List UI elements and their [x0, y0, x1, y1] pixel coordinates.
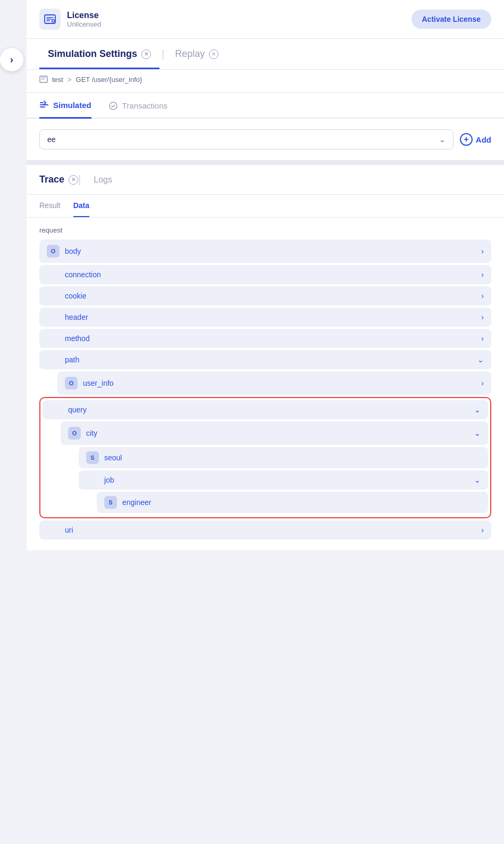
header-subtitle: Unlicensed: [67, 20, 101, 28]
tree-row-city-inner: O city ⌄: [68, 427, 481, 440]
breadcrumb-icon: [39, 75, 48, 84]
sub-tab-simulated[interactable]: Simulated: [39, 93, 91, 119]
tree-section: request O body › connection › cookie: [27, 218, 504, 550]
header-title: License: [67, 11, 101, 20]
tab-result[interactable]: Result: [39, 201, 61, 217]
transactions-icon: [108, 101, 118, 111]
sub-tab-transactions-label: Transactions: [122, 101, 167, 110]
row-label-user-info: user_info: [83, 379, 481, 387]
row-label-cookie: cookie: [47, 292, 481, 300]
activate-license-button[interactable]: Activate License: [411, 10, 492, 29]
trace-title-label: Trace: [39, 174, 64, 185]
content-area: ee ⌄ + Add: [27, 119, 504, 161]
header-text: License Unlicensed: [67, 11, 101, 28]
tree-row-path-inner: path ⌄: [47, 355, 484, 364]
license-icon: [39, 9, 61, 30]
dropdown-chevron-icon: ⌄: [439, 135, 446, 144]
tree-row-cookie[interactable]: cookie ›: [39, 286, 491, 305]
tab-logs[interactable]: Logs: [83, 175, 123, 193]
tab-simulation-settings-label: Simulation Settings: [48, 48, 137, 60]
row-label-path: path: [47, 355, 477, 364]
dropdown-row: ee ⌄ + Add: [39, 129, 491, 150]
chevron-right-uri-icon: ›: [481, 526, 484, 534]
row-label-query: query: [50, 406, 474, 414]
chevron-right-connection-icon: ›: [481, 270, 484, 279]
tree-row-body[interactable]: O body ›: [39, 239, 491, 263]
tree-row-city[interactable]: O city ⌄: [61, 421, 488, 445]
tree-row-method-inner: method ›: [47, 334, 484, 343]
tab-divider: |: [159, 48, 166, 60]
chevron-right-header-icon: ›: [481, 313, 484, 321]
type-badge-o-city: O: [68, 427, 81, 440]
tree-row-job-inner: job ⌄: [86, 476, 481, 484]
add-label: Add: [476, 135, 491, 144]
trace-divider: |: [78, 173, 83, 194]
breadcrumb-service: test: [52, 76, 63, 84]
breadcrumb-separator: >: [68, 76, 72, 84]
row-label-method: method: [47, 334, 481, 343]
chevron-right-user-info-icon: ›: [481, 379, 484, 387]
row-label-header: header: [47, 313, 481, 321]
query-box: query ⌄ O city ⌄ S seoul: [39, 397, 491, 518]
tab-bar: Simulation Settings ✕ | Replay ✕: [27, 39, 504, 70]
tab-replay[interactable]: Replay ✕: [166, 39, 227, 69]
simulation-settings-close-icon[interactable]: ✕: [141, 49, 151, 59]
tree-row-connection-inner: connection ›: [47, 270, 484, 279]
tree-row-connection[interactable]: connection ›: [39, 265, 491, 284]
type-badge-o-body: O: [47, 245, 60, 258]
sub-tabs: Simulated Transactions: [27, 93, 504, 119]
sub-tab-simulated-label: Simulated: [53, 101, 91, 110]
tree-row-cookie-inner: cookie ›: [47, 292, 484, 300]
chevron-right-icon: ›: [10, 54, 13, 65]
simulation-dropdown[interactable]: ee ⌄: [39, 129, 453, 150]
result-data-tabs: Result Data: [27, 195, 504, 218]
tree-row-path[interactable]: path ⌄: [39, 350, 491, 369]
row-label-job: job: [86, 476, 474, 484]
trace-close-icon[interactable]: ✕: [69, 175, 78, 185]
tree-row-engineer[interactable]: S engineer: [97, 492, 488, 513]
trace-title: Trace ✕: [39, 174, 78, 194]
tree-row-uri-inner: uri ›: [47, 526, 484, 534]
tree-row-header-inner: header ›: [47, 313, 484, 321]
tab-data[interactable]: Data: [73, 201, 89, 217]
tree-row-query-inner: query ⌄: [50, 406, 481, 414]
row-label-connection: connection: [47, 270, 481, 279]
breadcrumb-endpoint: GET /user/{user_info}: [76, 76, 142, 84]
sidebar-toggle[interactable]: ›: [0, 48, 23, 71]
type-badge-o-user-info: O: [65, 377, 78, 390]
tree-row-header[interactable]: header ›: [39, 308, 491, 327]
chevron-right-cookie-icon: ›: [481, 292, 484, 300]
tree-row-uri[interactable]: uri ›: [39, 520, 491, 540]
chevron-down-job-icon: ⌄: [474, 476, 481, 484]
tree-row-method[interactable]: method ›: [39, 329, 491, 348]
tab-replay-label: Replay: [175, 48, 205, 60]
tree-row-user-info-inner: O user_info ›: [65, 377, 484, 390]
trace-section: Trace ✕ | Logs Result Data request O bod…: [27, 165, 504, 550]
tree-row-query[interactable]: query ⌄: [43, 400, 488, 419]
tree-root-label: request: [39, 226, 491, 234]
add-circle-icon: +: [460, 133, 473, 146]
row-label-city: city: [86, 429, 474, 437]
svg-point-1: [52, 20, 55, 22]
tree-row-body-inner: O body ›: [47, 245, 484, 258]
sub-tab-transactions[interactable]: Transactions: [108, 94, 167, 118]
row-label-seoul: seoul: [104, 453, 481, 462]
dropdown-value: ee: [47, 135, 56, 144]
section-divider: [27, 161, 504, 165]
chevron-right-method-icon: ›: [481, 334, 484, 343]
chevron-down-path-icon: ⌄: [477, 355, 484, 364]
tree-row-user-info[interactable]: O user_info ›: [57, 371, 491, 395]
chevron-down-query-icon: ⌄: [474, 406, 481, 414]
add-button[interactable]: + Add: [460, 133, 491, 146]
header: License Unlicensed Activate License: [27, 0, 504, 39]
replay-close-icon[interactable]: ✕: [209, 49, 219, 59]
breadcrumb: test > GET /user/{user_info}: [27, 70, 504, 93]
tree-row-job[interactable]: job ⌄: [79, 470, 488, 490]
row-label-engineer: engineer: [122, 498, 481, 507]
type-badge-s-seoul: S: [86, 451, 99, 464]
tab-simulation-settings[interactable]: Simulation Settings ✕: [39, 39, 159, 69]
chevron-down-city-icon: ⌄: [474, 429, 481, 437]
header-left: License Unlicensed: [39, 9, 101, 30]
tree-row-seoul[interactable]: S seoul: [79, 447, 488, 468]
chevron-right-body-icon: ›: [481, 247, 484, 255]
